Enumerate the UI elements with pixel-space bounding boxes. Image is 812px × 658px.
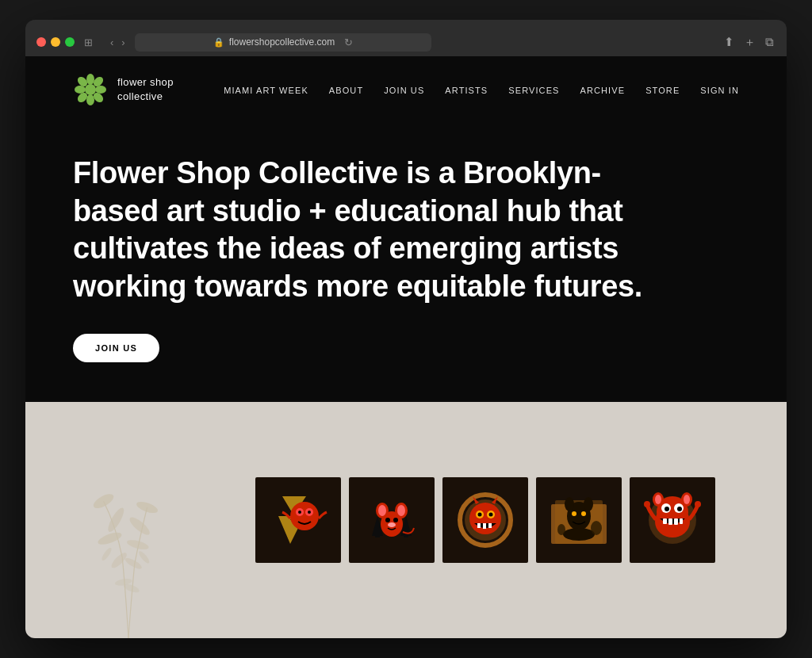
svg-point-14 — [128, 515, 152, 537]
artwork-5-icon — [641, 488, 704, 552]
address-bar[interactable]: 🔒 flowershopcollective.com ↻ — [135, 33, 432, 52]
nav-archive[interactable]: ARCHIVE — [580, 86, 626, 95]
nav-artists[interactable]: ARTISTS — [445, 86, 488, 95]
browser-chrome: ⊞ ‹ › 🔒 flowershopcollective.com ↻ ⬆ ＋ ⧉ — [25, 20, 787, 56]
new-tab-button[interactable]: ＋ — [742, 33, 757, 52]
join-us-button[interactable]: JOIN US — [73, 334, 159, 362]
close-button[interactable] — [36, 37, 46, 47]
minimize-button[interactable] — [51, 37, 60, 47]
svg-point-3 — [75, 86, 86, 94]
svg-rect-50 — [477, 523, 481, 528]
svg-point-24 — [290, 502, 319, 530]
back-button[interactable]: ‹ — [107, 35, 117, 50]
svg-point-20 — [101, 546, 113, 561]
artwork-3-icon — [454, 488, 517, 552]
logo-area[interactable]: flower shop collective — [73, 72, 174, 107]
svg-rect-52 — [488, 523, 492, 528]
artwork-frame-3 — [442, 477, 528, 563]
plant-decoration-icon — [49, 464, 208, 638]
svg-point-37 — [378, 505, 386, 516]
svg-point-40 — [393, 518, 398, 522]
svg-point-1 — [86, 74, 94, 85]
artwork-frame-1 — [255, 477, 341, 563]
browser-window: ⊞ ‹ › 🔒 flowershopcollective.com ↻ ⬆ ＋ ⧉ — [25, 20, 787, 638]
artwork-4-icon — [547, 488, 611, 552]
share-button[interactable]: ⬆ — [722, 33, 736, 51]
hero-headline: Flower Shop Collective is a Brooklyn-bas… — [73, 155, 668, 305]
svg-point-64 — [591, 521, 602, 535]
svg-point-59 — [565, 497, 574, 511]
svg-rect-77 — [680, 518, 683, 524]
svg-point-28 — [308, 511, 311, 514]
artwork-frame-5 — [630, 477, 715, 563]
nav-store[interactable]: STORE — [645, 86, 680, 95]
artwork-1-icon — [266, 488, 330, 552]
nav-services[interactable]: SERVICES — [508, 86, 559, 95]
svg-point-62 — [581, 511, 586, 516]
svg-rect-75 — [668, 518, 672, 525]
svg-point-78 — [644, 501, 650, 507]
lock-icon: 🔒 — [213, 37, 224, 48]
logo-text: flower shop collective — [117, 75, 174, 104]
svg-rect-74 — [663, 518, 667, 524]
nav-links: MIAMI ART WEEK ABOUT JOIN US ARTISTS SER… — [224, 82, 739, 97]
svg-point-13 — [135, 499, 159, 515]
artwork-frame-2 — [349, 477, 435, 563]
svg-point-41 — [388, 522, 396, 527]
svg-point-65 — [557, 524, 565, 535]
svg-rect-76 — [674, 518, 678, 525]
artwork-2-icon — [360, 488, 423, 552]
traffic-lights — [36, 37, 75, 47]
svg-point-4 — [95, 86, 106, 94]
svg-point-11 — [105, 506, 127, 534]
website-content: flower shop collective MIAMI ART WEEK AB… — [25, 56, 787, 638]
svg-point-61 — [572, 511, 576, 516]
hero-section: Flower Shop Collective is a Brooklyn-bas… — [25, 123, 787, 402]
svg-point-48 — [478, 513, 482, 517]
nav-miami-art-week[interactable]: MIAMI ART WEEK — [224, 86, 308, 95]
maximize-button[interactable] — [65, 37, 75, 47]
svg-point-38 — [397, 505, 405, 516]
svg-point-9 — [85, 84, 96, 95]
svg-point-63 — [563, 528, 595, 541]
svg-point-17 — [124, 556, 143, 571]
forward-button[interactable]: › — [118, 35, 128, 50]
site-navigation: flower shop collective MIAMI ART WEEK AB… — [25, 56, 787, 123]
refresh-icon: ↻ — [344, 36, 353, 48]
svg-point-82 — [655, 495, 661, 504]
gallery-section — [25, 402, 787, 638]
svg-point-60 — [584, 497, 593, 511]
svg-point-49 — [489, 513, 493, 517]
svg-point-27 — [298, 511, 301, 514]
nav-about[interactable]: ABOUT — [329, 86, 363, 95]
tabs-button[interactable]: ⧉ — [764, 33, 776, 51]
nav-sign-in[interactable]: SIGN IN — [700, 86, 739, 95]
svg-point-2 — [86, 94, 94, 105]
svg-rect-51 — [483, 523, 486, 529]
svg-point-83 — [684, 495, 690, 504]
svg-point-10 — [91, 492, 116, 511]
artwork-frame-4 — [536, 477, 622, 563]
sidebar-toggle-button[interactable]: ⊞ — [81, 35, 96, 50]
nav-join-us[interactable]: JOIN US — [384, 86, 424, 95]
svg-point-72 — [665, 507, 669, 511]
svg-point-21 — [137, 550, 151, 564]
url-display: flowershopcollective.com — [229, 36, 335, 48]
svg-point-79 — [695, 501, 701, 507]
svg-point-39 — [385, 518, 390, 522]
svg-rect-32 — [375, 530, 380, 537]
flower-icon — [73, 72, 108, 107]
svg-point-73 — [677, 507, 682, 511]
svg-point-45 — [469, 503, 501, 534]
